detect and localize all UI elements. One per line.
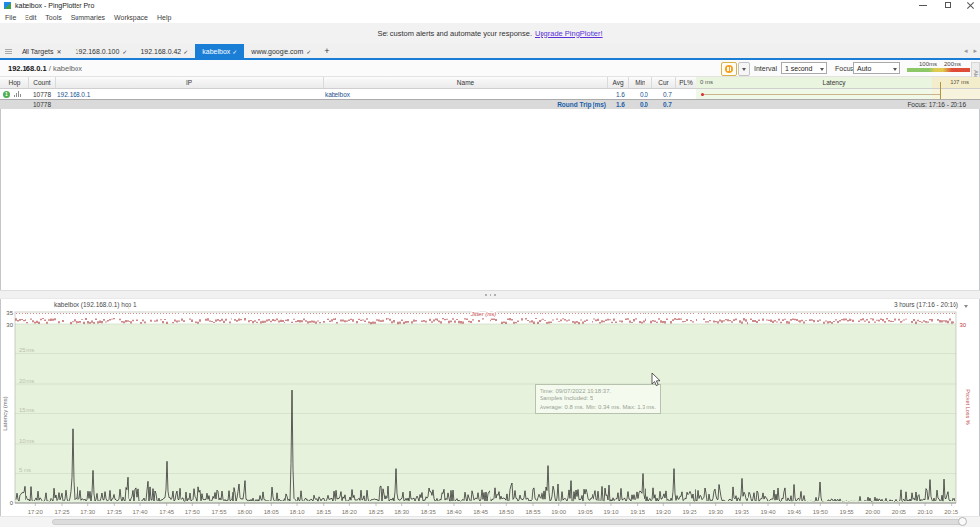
x-tick-label: 18:10 (289, 509, 305, 515)
x-tick-label: 18:20 (342, 509, 358, 515)
pl-cell (676, 89, 696, 99)
x-tick-label: 18:00 (237, 509, 253, 515)
latency-scale-divider (940, 82, 941, 99)
column-header-ip[interactable]: IP (56, 77, 324, 88)
menu-summaries[interactable]: Summaries (71, 14, 105, 21)
cur-cell: 0.7 (652, 89, 676, 99)
tab-all-targets[interactable]: All Targets ✕ (15, 44, 69, 58)
tab-scroll-arrows: ◂ ▸ (964, 47, 977, 55)
upgrade-link[interactable]: Upgrade PingPlotter! (535, 29, 603, 38)
mouse-cursor (651, 372, 662, 391)
packet-loss-top-label: 30 (960, 322, 967, 328)
tab-192-168-0-42[interactable]: 192.168.0.42 ✓ (133, 44, 195, 58)
column-header-name[interactable]: Name (324, 77, 608, 88)
focus-range-label: Focus: 17:16 - 20:16 (696, 100, 980, 109)
round-trip-row[interactable]: 10778 Round Trip (ms) 1.6 0.0 0.7 Focus:… (0, 99, 980, 109)
grid-label: 5 ms (19, 467, 31, 473)
x-tick-label: 19:20 (656, 509, 672, 515)
x-tick-label: 20:00 (865, 509, 881, 515)
chevron-down-icon (893, 68, 897, 71)
tab-label: All Targets (22, 48, 54, 55)
timeline-graph[interactable]: 25 ms20 ms15 ms10 ms5 msJitter (ms)17:20… (0, 300, 980, 527)
interval-value: 1 second (785, 65, 812, 72)
x-tick-label: 19:50 (813, 509, 829, 515)
x-tick-label: 17:40 (132, 509, 148, 515)
add-target-button[interactable]: + (318, 44, 335, 58)
x-tick-label: 19:40 (760, 509, 776, 515)
grid-label: 20 ms (19, 378, 34, 384)
tab-192-168-0-100[interactable]: 192.168.0.100 ✓ (69, 44, 134, 58)
time-scrollbar-handle[interactable] (958, 517, 967, 526)
x-tick-label: 19:15 (630, 509, 645, 515)
tab-www-google-com[interactable]: www.google.com ✓ (244, 44, 318, 58)
latency-scale-zero: 0 ms (700, 79, 713, 85)
tab-scroll-right-icon[interactable]: ▸ (973, 47, 977, 55)
column-header-pl[interactable]: PL% (676, 77, 696, 88)
interval-select[interactable]: 1 second (781, 62, 827, 74)
minimize-button[interactable] (914, 0, 932, 11)
pause-icon (725, 65, 733, 73)
breadcrumb-separator: / (49, 64, 51, 73)
close-button[interactable] (961, 0, 979, 11)
menu-help[interactable]: Help (157, 14, 171, 21)
column-header-hop[interactable]: Hop (0, 77, 29, 88)
x-tick-label: 17:55 (211, 509, 227, 515)
pause-dropdown-button[interactable] (738, 62, 750, 76)
x-tick-label: 17:30 (80, 509, 96, 515)
pingplotter-window: kabelbox - PingPlotter Pro File Edit Too… (0, 0, 980, 527)
close-icon[interactable]: ✕ (57, 48, 62, 55)
chevron-down-icon (742, 68, 746, 71)
name-cell: kabelbox (324, 89, 608, 99)
x-tick-label: 19:45 (787, 509, 802, 515)
x-tick-label: 20:10 (917, 509, 933, 515)
y-axis-zero-label: 0 (10, 501, 14, 506)
tooltip-stats: Average: 0.8 ms. Min: 0.34 ms. Max: 1.3 … (540, 403, 656, 411)
x-tick-label: 17:45 (159, 509, 175, 515)
pane-splitter[interactable] (0, 290, 980, 299)
x-tick-label: 20:15 (944, 509, 959, 515)
column-header-count[interactable]: Count (29, 77, 56, 88)
menu-file[interactable]: File (5, 14, 16, 21)
menu-edit[interactable]: Edit (25, 14, 36, 21)
x-tick-label: 19:30 (708, 509, 724, 515)
column-header-min[interactable]: Min (629, 77, 652, 88)
latency-range-whisker (704, 94, 940, 95)
time-scrollbar[interactable] (52, 519, 963, 525)
chevron-down-icon (820, 68, 824, 71)
count-cell: 10778 (29, 100, 56, 109)
column-header-cur[interactable]: Cur (652, 77, 676, 88)
x-tick-label: 18:05 (264, 509, 280, 515)
x-tick-label: 17:50 (185, 509, 201, 515)
title-bar: kabelbox - PingPlotter Pro (0, 0, 980, 11)
x-tick-label: 17:35 (107, 509, 123, 515)
breadcrumb-target: 192.168.0.1 (8, 64, 47, 73)
x-tick-label: 17:25 (54, 509, 70, 515)
latency-color-scale (907, 68, 970, 72)
pause-button[interactable] (721, 62, 737, 76)
menu-tools[interactable]: Tools (45, 14, 61, 21)
menu-workspace[interactable]: Workspace (114, 14, 148, 21)
x-tick-label: 18:35 (421, 509, 437, 515)
x-tick-label: 18:40 (446, 509, 462, 515)
check-icon: ✓ (183, 48, 188, 55)
tooltip-time: Time: 09/07/2022 19:18:37. (540, 387, 656, 395)
packet-loss-axis-title: Packet Loss % (965, 389, 971, 424)
menu-bar: File Edit Tools Summaries Workspace Help (0, 11, 980, 23)
y-axis-title: Latency (ms) (2, 396, 8, 431)
y-axis-top-label: 35 (6, 310, 13, 316)
column-header-latency[interactable]: 0 ms Latency 107 ms (696, 77, 980, 88)
hop-cell: 1 (0, 89, 29, 99)
maximize-button[interactable] (939, 0, 956, 11)
tab-scroll-left-icon[interactable]: ◂ (964, 47, 968, 55)
focus-select[interactable]: Auto (853, 62, 900, 74)
latency-bar-cell (696, 89, 980, 99)
tab-kabelbox[interactable]: kabelbox ✓ (195, 44, 244, 58)
round-trip-label: Round Trip (ms) (324, 100, 608, 109)
column-header-avg[interactable]: Avg (608, 77, 629, 88)
focus-value: Auto (857, 65, 871, 72)
avg-cell: 1.6 (608, 89, 629, 99)
hamburger-icon[interactable] (0, 44, 15, 58)
hop-graph-icon[interactable] (14, 91, 21, 97)
pl-cell (676, 100, 696, 109)
app-icon (4, 2, 11, 9)
